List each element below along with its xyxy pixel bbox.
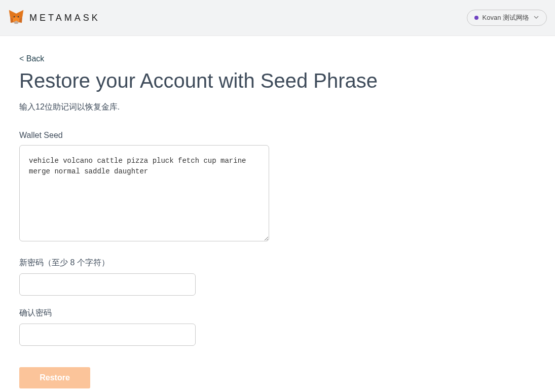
- network-status-dot-icon: [474, 16, 478, 20]
- main-content: < Back Restore your Account with Seed Ph…: [0, 36, 555, 392]
- network-selector[interactable]: Kovan 测试网络: [467, 10, 547, 26]
- chevron-down-icon: [533, 14, 539, 22]
- fox-logo-icon: [8, 9, 24, 27]
- brand-logo-wrap: METAMASK: [8, 9, 100, 27]
- confirm-password-input[interactable]: [19, 324, 196, 346]
- new-password-label: 新密码（至少 8 个字符）: [19, 258, 536, 268]
- restore-button[interactable]: Restore: [19, 367, 90, 388]
- new-password-input[interactable]: [19, 273, 196, 296]
- page-title: Restore your Account with Seed Phrase: [19, 68, 536, 93]
- wallet-seed-label: Wallet Seed: [19, 131, 536, 140]
- wallet-seed-textarea[interactable]: [19, 145, 269, 241]
- svg-point-5: [14, 16, 15, 17]
- svg-point-6: [18, 16, 19, 17]
- back-link[interactable]: < Back: [19, 54, 44, 63]
- confirm-password-label: 确认密码: [19, 308, 536, 318]
- brand-text: METAMASK: [29, 13, 100, 23]
- app-header: METAMASK Kovan 测试网络: [0, 0, 555, 36]
- page-subtitle: 输入12位助记词以恢复金库.: [19, 102, 536, 113]
- network-label: Kovan 测试网络: [483, 13, 529, 22]
